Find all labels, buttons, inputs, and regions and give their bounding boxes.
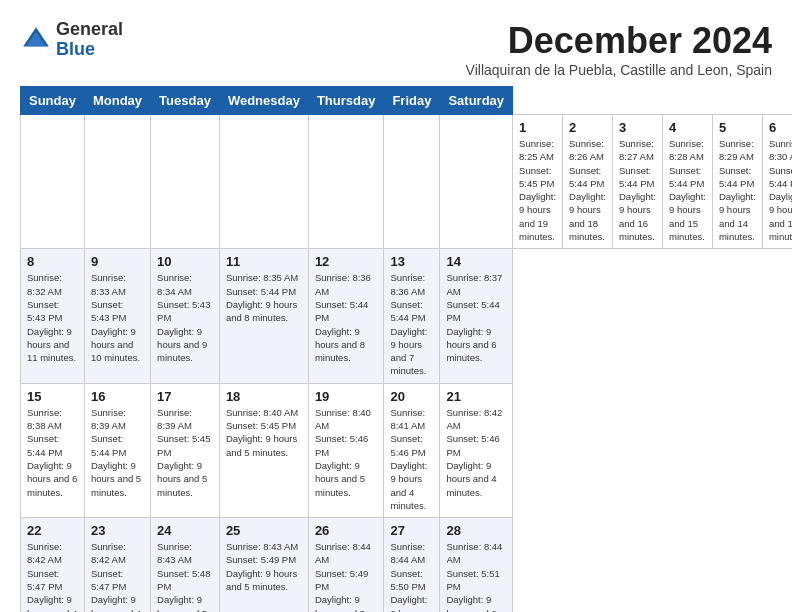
logo-general: General [56, 20, 123, 40]
table-row: 18 Sunrise: 8:40 AMSunset: 5:45 PMDaylig… [219, 383, 308, 517]
col-saturday: Saturday [440, 87, 513, 115]
day-number: 24 [157, 523, 213, 538]
day-info: Sunrise: 8:42 AMSunset: 5:47 PMDaylight:… [91, 541, 141, 612]
day-number: 16 [91, 389, 144, 404]
day-number: 25 [226, 523, 302, 538]
day-number: 9 [91, 254, 144, 269]
table-row: 3 Sunrise: 8:27 AMSunset: 5:44 PMDayligh… [613, 115, 663, 249]
day-number: 23 [91, 523, 144, 538]
day-info: Sunrise: 8:40 AMSunset: 5:46 PMDaylight:… [315, 407, 371, 498]
day-number: 19 [315, 389, 378, 404]
table-row: 24 Sunrise: 8:43 AMSunset: 5:48 PMDaylig… [151, 518, 220, 612]
table-row: 10 Sunrise: 8:34 AMSunset: 5:43 PMDaylig… [151, 249, 220, 383]
day-info: Sunrise: 8:26 AMSunset: 5:44 PMDaylight:… [569, 138, 606, 242]
table-row: 6 Sunrise: 8:30 AMSunset: 5:44 PMDayligh… [762, 115, 792, 249]
logo-icon [20, 24, 52, 56]
day-number: 28 [446, 523, 506, 538]
title-block: December 2024 Villaquiran de la Puebla, … [466, 20, 772, 78]
day-number: 10 [157, 254, 213, 269]
table-row: 4 Sunrise: 8:28 AMSunset: 5:44 PMDayligh… [662, 115, 712, 249]
day-number: 5 [719, 120, 756, 135]
calendar-week-row: 8 Sunrise: 8:32 AMSunset: 5:43 PMDayligh… [21, 249, 793, 383]
col-friday: Friday [384, 87, 440, 115]
calendar-week-row: 1 Sunrise: 8:25 AMSunset: 5:45 PMDayligh… [21, 115, 793, 249]
table-row: 19 Sunrise: 8:40 AMSunset: 5:46 PMDaylig… [308, 383, 384, 517]
day-number: 3 [619, 120, 656, 135]
day-info: Sunrise: 8:27 AMSunset: 5:44 PMDaylight:… [619, 138, 656, 242]
table-row: 17 Sunrise: 8:39 AMSunset: 5:45 PMDaylig… [151, 383, 220, 517]
location-subtitle: Villaquiran de la Puebla, Castille and L… [466, 62, 772, 78]
day-info: Sunrise: 8:44 AMSunset: 5:50 PMDaylight:… [390, 541, 427, 612]
day-info: Sunrise: 8:36 AMSunset: 5:44 PMDaylight:… [315, 272, 371, 363]
day-number: 6 [769, 120, 792, 135]
day-number: 2 [569, 120, 606, 135]
day-info: Sunrise: 8:40 AMSunset: 5:45 PMDaylight:… [226, 407, 298, 458]
table-row [308, 115, 384, 249]
day-number: 14 [446, 254, 506, 269]
table-row: 21 Sunrise: 8:42 AMSunset: 5:46 PMDaylig… [440, 383, 513, 517]
table-row: 15 Sunrise: 8:38 AMSunset: 5:44 PMDaylig… [21, 383, 85, 517]
table-row: 11 Sunrise: 8:35 AMSunset: 5:44 PMDaylig… [219, 249, 308, 383]
table-row: 9 Sunrise: 8:33 AMSunset: 5:43 PMDayligh… [84, 249, 150, 383]
day-info: Sunrise: 8:30 AMSunset: 5:44 PMDaylight:… [769, 138, 792, 242]
logo-text: General Blue [56, 20, 123, 60]
day-info: Sunrise: 8:25 AMSunset: 5:45 PMDaylight:… [519, 138, 556, 242]
calendar-header-row: Sunday Monday Tuesday Wednesday Thursday… [21, 87, 793, 115]
table-row: 12 Sunrise: 8:36 AMSunset: 5:44 PMDaylig… [308, 249, 384, 383]
table-row [21, 115, 85, 249]
page-header: General Blue December 2024 Villaquiran d… [20, 20, 772, 78]
day-info: Sunrise: 8:43 AMSunset: 5:49 PMDaylight:… [226, 541, 298, 592]
table-row: 23 Sunrise: 8:42 AMSunset: 5:47 PMDaylig… [84, 518, 150, 612]
day-number: 18 [226, 389, 302, 404]
table-row: 28 Sunrise: 8:44 AMSunset: 5:51 PMDaylig… [440, 518, 513, 612]
day-info: Sunrise: 8:36 AMSunset: 5:44 PMDaylight:… [390, 272, 427, 376]
day-number: 22 [27, 523, 78, 538]
col-thursday: Thursday [308, 87, 384, 115]
day-number: 4 [669, 120, 706, 135]
day-info: Sunrise: 8:44 AMSunset: 5:51 PMDaylight:… [446, 541, 502, 612]
table-row [84, 115, 150, 249]
day-info: Sunrise: 8:37 AMSunset: 5:44 PMDaylight:… [446, 272, 502, 363]
table-row: 26 Sunrise: 8:44 AMSunset: 5:49 PMDaylig… [308, 518, 384, 612]
table-row: 14 Sunrise: 8:37 AMSunset: 5:44 PMDaylig… [440, 249, 513, 383]
day-number: 15 [27, 389, 78, 404]
day-info: Sunrise: 8:32 AMSunset: 5:43 PMDaylight:… [27, 272, 76, 363]
day-info: Sunrise: 8:41 AMSunset: 5:46 PMDaylight:… [390, 407, 427, 511]
calendar-week-row: 15 Sunrise: 8:38 AMSunset: 5:44 PMDaylig… [21, 383, 793, 517]
calendar-table: Sunday Monday Tuesday Wednesday Thursday… [20, 86, 792, 612]
day-number: 17 [157, 389, 213, 404]
table-row: 16 Sunrise: 8:39 AMSunset: 5:44 PMDaylig… [84, 383, 150, 517]
logo: General Blue [20, 20, 123, 60]
col-tuesday: Tuesday [151, 87, 220, 115]
day-info: Sunrise: 8:28 AMSunset: 5:44 PMDaylight:… [669, 138, 706, 242]
day-info: Sunrise: 8:34 AMSunset: 5:43 PMDaylight:… [157, 272, 210, 363]
table-row [440, 115, 513, 249]
day-number: 12 [315, 254, 378, 269]
day-info: Sunrise: 8:38 AMSunset: 5:44 PMDaylight:… [27, 407, 77, 498]
col-monday: Monday [84, 87, 150, 115]
day-number: 26 [315, 523, 378, 538]
day-info: Sunrise: 8:35 AMSunset: 5:44 PMDaylight:… [226, 272, 298, 323]
table-row: 5 Sunrise: 8:29 AMSunset: 5:44 PMDayligh… [712, 115, 762, 249]
table-row: 25 Sunrise: 8:43 AMSunset: 5:49 PMDaylig… [219, 518, 308, 612]
day-info: Sunrise: 8:39 AMSunset: 5:44 PMDaylight:… [91, 407, 141, 498]
table-row: 2 Sunrise: 8:26 AMSunset: 5:44 PMDayligh… [563, 115, 613, 249]
calendar-week-row: 22 Sunrise: 8:42 AMSunset: 5:47 PMDaylig… [21, 518, 793, 612]
table-row: 22 Sunrise: 8:42 AMSunset: 5:47 PMDaylig… [21, 518, 85, 612]
table-row [384, 115, 440, 249]
day-info: Sunrise: 8:42 AMSunset: 5:47 PMDaylight:… [27, 541, 77, 612]
table-row: 20 Sunrise: 8:41 AMSunset: 5:46 PMDaylig… [384, 383, 440, 517]
table-row: 13 Sunrise: 8:36 AMSunset: 5:44 PMDaylig… [384, 249, 440, 383]
day-number: 8 [27, 254, 78, 269]
table-row: 27 Sunrise: 8:44 AMSunset: 5:50 PMDaylig… [384, 518, 440, 612]
day-info: Sunrise: 8:44 AMSunset: 5:49 PMDaylight:… [315, 541, 371, 612]
day-info: Sunrise: 8:29 AMSunset: 5:44 PMDaylight:… [719, 138, 756, 242]
table-row [151, 115, 220, 249]
day-number: 11 [226, 254, 302, 269]
table-row: 1 Sunrise: 8:25 AMSunset: 5:45 PMDayligh… [513, 115, 563, 249]
month-title: December 2024 [466, 20, 772, 62]
day-number: 13 [390, 254, 433, 269]
day-info: Sunrise: 8:42 AMSunset: 5:46 PMDaylight:… [446, 407, 502, 498]
day-info: Sunrise: 8:43 AMSunset: 5:48 PMDaylight:… [157, 541, 210, 612]
day-info: Sunrise: 8:33 AMSunset: 5:43 PMDaylight:… [91, 272, 140, 363]
